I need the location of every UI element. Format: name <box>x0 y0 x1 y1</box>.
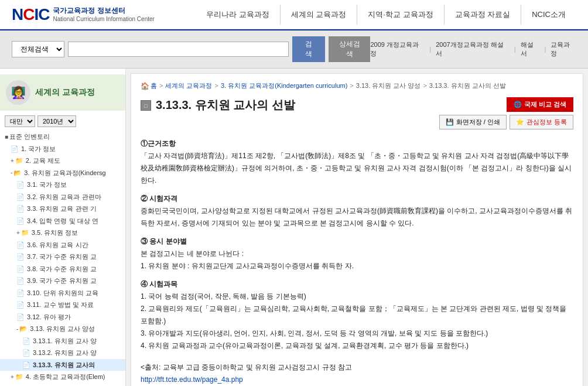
section-2-text: ② 시험자격 중화민국국민이며, 교사양성학교로 지정된 대학교에서 규정된 교… <box>141 193 573 230</box>
circle-4: ④ 시험과목 <box>141 280 177 288</box>
nav-item-5[interactable]: NCIC소개 <box>521 5 576 25</box>
content-section-4: ④ 시험과목 1. 국어 능력 검정(국어, 작문, 독해, 발음 등 기본능력… <box>141 278 573 352</box>
doc-icon-7: 📄 <box>16 204 25 214</box>
doc-icon-16: 📄 <box>16 312 25 322</box>
circle-3: ③ 응시 분야별 <box>141 237 187 245</box>
doc-icon-18: 📄 <box>22 336 30 346</box>
tree-item-12[interactable]: 📄 3.8. 국가 수준 유치원 교 <box>0 263 125 275</box>
circle-2: ② 시험자격 <box>141 194 177 203</box>
nav-item-2[interactable]: 세계의 교육과정 <box>280 5 357 25</box>
tree-item-4[interactable]: - 📂 3. 유치원 교육과정(Kindersg <box>0 167 125 179</box>
tree-item-15[interactable]: 📄 3.11. 교수 방법 및 자료 <box>0 299 125 311</box>
tree-item-1[interactable]: ■ 표준 인벤토리 <box>0 131 125 143</box>
year-select[interactable]: 2010년 <box>37 115 76 127</box>
tree-label-9: 3.5. 유치원 정보 <box>32 228 78 238</box>
doc-icon-12: 📄 <box>16 264 25 274</box>
sidebar-tree: ■ 표준 인벤토리 📄 1. 국가 정보 + 📁 2. 교육 제도 - 📂 3.… <box>0 131 125 386</box>
quick-link-2[interactable]: 2007개정교육과정 해설서 <box>436 40 510 58</box>
expand-icon-9: + <box>16 228 20 237</box>
sidebar-avatar: 👩‍🏫 <box>6 80 30 105</box>
tree-item-6[interactable]: 📄 3.2. 유치원 교육과 관련마 <box>0 191 125 203</box>
breadcrumb: 🏠 홈 > 세계의 교육과정 > 3. 유치원 교육과정(Kindergarte… <box>141 81 573 91</box>
tree-item-2[interactable]: 📄 1. 국가 정보 <box>0 143 125 155</box>
search-bar: 전체검색 검색 상세검색 2009 개정교육과정 | 2007개정교육과정 해설… <box>0 30 588 69</box>
folder-icon-21: 📁 <box>15 372 23 382</box>
quick-link-4[interactable]: 교육과정 <box>551 40 576 58</box>
expand-icon-17: - <box>16 324 18 333</box>
tree-label-17: 3.13. 유치원 교사 양성 <box>30 324 95 334</box>
search-type-select[interactable]: 전체검색 <box>12 41 64 57</box>
sidebar: 👩‍🏫 세계의 교육과정 대만 2010년 ■ 표준 인벤토리 📄 1. 국가 … <box>0 69 126 386</box>
logo-ncic: NCIC <box>12 5 49 24</box>
bookmark-button[interactable]: ⭐ 관심정보 등록 <box>510 115 573 129</box>
tree-label-16: 3.12. 유아 평가 <box>27 312 71 322</box>
doc-icon-11: 📄 <box>16 252 25 262</box>
tree-label-15: 3.11. 교수 방법 및 자료 <box>27 300 94 310</box>
page-title-area: □ 3.13.3. 유치원 교사의 선발 🌐 국제 비교 검색 💾 화면저장 /… <box>141 97 573 129</box>
tree-label-21: 4. 초등학교 교육과정(Elem) <box>26 372 105 382</box>
section-1-text: ①근거조항 「교사 자격법(師資培育法)」제11조 제2항, 「교사법(敎師法)… <box>141 138 573 187</box>
tree-label-6: 3.2. 유치원 교육과 관련마 <box>27 192 101 202</box>
breadcrumb-level2[interactable]: 3. 유치원 교육과정(Kindergarten curriculum) <box>221 81 347 91</box>
search-button[interactable]: 검색 <box>292 36 325 62</box>
nav-item-3[interactable]: 지역·학교 교육과정 <box>357 5 443 25</box>
tree-item-8[interactable]: 📄 3.4. 입학 연령 및 대상 연 <box>0 215 125 227</box>
search-quick-links: 2009 개정교육과정 | 2007개정교육과정 해설서 | 해설서 | 교육과… <box>370 40 576 58</box>
home-icon: 🏠 <box>141 81 149 91</box>
logo-text: 국가교육과정 정보센터 National Curriculum Informat… <box>53 6 154 23</box>
tree-label-13: 3.9. 국가 수준 유치원 교 <box>27 276 97 286</box>
content-area: 🏠 홈 > 세계의 교육과정 > 3. 유치원 교육과정(Kindergarte… <box>131 73 583 386</box>
tree-item-20[interactable]: 📄 3.13.3. 유치원 교사의 <box>0 359 125 371</box>
source-link[interactable]: http://tft.tcte.edu.tw/page_4a.php <box>141 375 243 384</box>
tree-item-21[interactable]: + 📁 4. 초등학교 교육과정(Elem) <box>0 371 125 383</box>
doc-icon-5: 📄 <box>16 180 25 190</box>
tree-item-3[interactable]: + 📁 2. 교육 제도 <box>0 155 125 167</box>
tree-item-10[interactable]: 📄 3.6. 유치원 교육 시간 <box>0 239 125 251</box>
tree-label-12: 3.8. 국가 수준 유치원 교 <box>27 264 97 274</box>
quick-link-3[interactable]: 해설서 <box>521 40 540 58</box>
tree-item-16[interactable]: 📄 3.12. 유아 평가 <box>0 311 125 323</box>
nav-item-1[interactable]: 우리나라 교육과정 <box>196 5 280 25</box>
quick-link-1[interactable]: 2009 개정교육과정 <box>370 40 425 58</box>
detail-search-button[interactable]: 상세검색 <box>329 36 371 62</box>
tree-item-5[interactable]: 📄 3.1. 국가 정보 <box>0 179 125 191</box>
doc-icon-14: 📄 <box>16 288 25 298</box>
tree-item-14[interactable]: 📄 3.10. 단위 유치원의 교육 <box>0 287 125 299</box>
doc-icon-8: 📄 <box>16 216 25 226</box>
breadcrumb-level1[interactable]: 세계의 교육과정 <box>165 81 212 91</box>
tree-item-17[interactable]: - 📂 3.13. 유치원 교사 양성 <box>0 323 125 335</box>
tree-label-18: 3.13.1. 유치원 교사 양 <box>33 336 97 346</box>
title-icon: □ <box>141 100 151 111</box>
tree-item-22[interactable]: + 📁 5. 중등학교 교육과정(Seco) <box>0 383 125 387</box>
sidebar-title: 세계의 교육과정 <box>35 87 95 98</box>
page-title: □ 3.13.3. 유치원 교사의 선발 <box>141 97 295 113</box>
intl-compare-button[interactable]: 🌐 국제 비교 검색 <box>507 97 573 112</box>
save-print-button[interactable]: 💾 화면저장 / 인쇄 <box>439 115 507 129</box>
tree-label-5: 3.1. 국가 정보 <box>27 180 67 190</box>
tree-item-7[interactable]: 📄 3.3. 유치원 교육 관련 기 <box>0 203 125 215</box>
search-left: 전체검색 검색 상세검색 <box>12 36 370 62</box>
tree-label-19: 3.13.2. 유치원 교사 양 <box>33 348 97 358</box>
sidebar-header: 👩‍🏫 세계의 교육과정 <box>0 74 125 111</box>
breadcrumb-home[interactable]: 홈 <box>151 81 157 91</box>
tree-item-9[interactable]: + 📁 3.5. 유치원 정보 <box>0 227 125 239</box>
tree-item-13[interactable]: 📄 3.9. 국가 수준 유치원 교 <box>0 275 125 287</box>
logo: NCIC 국가교육과정 정보센터 National Curriculum Inf… <box>12 5 155 24</box>
tree-item-18[interactable]: 📄 3.13.1. 유치원 교사 양 <box>0 335 125 347</box>
folder-icon: ■ <box>5 132 8 141</box>
search-input[interactable] <box>68 42 289 57</box>
circle-1: ①근거조항 <box>141 139 176 148</box>
folder-icon-17: 📂 <box>19 324 28 334</box>
action-buttons: 🌐 국제 비교 검색 💾 화면저장 / 인쇄 ⭐ 관심정보 등록 <box>439 97 573 129</box>
content-section-1: ①근거조항 「교사 자격법(師資培育法)」제11조 제2항, 「교사법(敎師法)… <box>141 138 573 187</box>
tree-item-19[interactable]: 📄 3.13.2. 유치원 교사 양 <box>0 347 125 359</box>
country-select[interactable]: 대만 <box>5 115 35 127</box>
doc-icon-6: 📄 <box>16 192 25 202</box>
tree-label-20: 3.13.3. 유치원 교사의 <box>33 360 95 370</box>
doc-icon-10: 📄 <box>16 240 25 250</box>
breadcrumb-level4: 3.13.3. 유치원 교사의 선발 <box>429 81 506 91</box>
nav-item-4[interactable]: 교육과정 자료실 <box>444 5 521 25</box>
tree-item-11[interactable]: 📄 3.7. 국가 수준 유치원 교 <box>0 251 125 263</box>
doc-icon-13: 📄 <box>16 276 25 286</box>
folder-icon-22: 📁 <box>15 384 23 387</box>
